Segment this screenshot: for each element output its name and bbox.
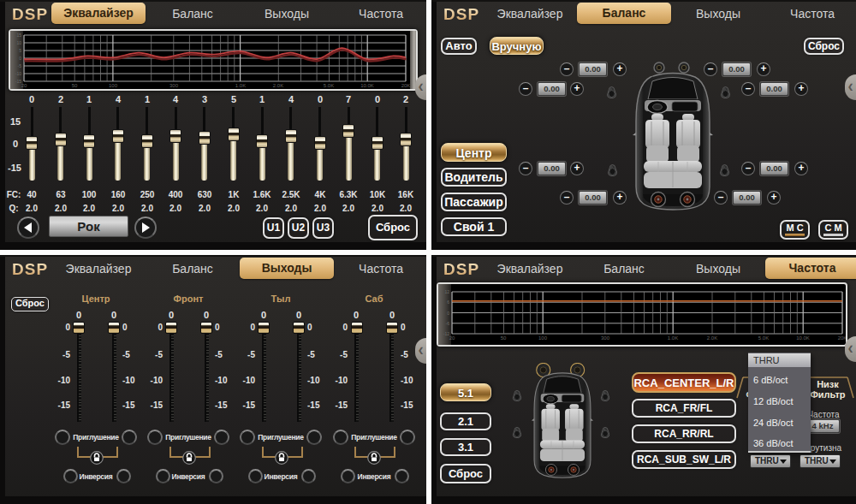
svg-text:20K: 20K [401, 83, 411, 88]
svg-text:5.0K: 5.0K [758, 335, 769, 341]
svg-text:5: 5 [19, 48, 21, 53]
svg-text:-5: -5 [18, 63, 22, 68]
svg-text:-12: -12 [443, 331, 449, 336]
svg-text:100: 100 [538, 335, 548, 341]
svg-text:10.0K: 10.0K [796, 335, 810, 341]
svg-text:50: 50 [501, 335, 507, 341]
svg-text:1.0K: 1.0K [235, 83, 246, 88]
svg-text:2.0K: 2.0K [273, 83, 283, 88]
svg-text:2.0K: 2.0K [707, 335, 717, 341]
svg-text:0: 0 [19, 56, 21, 61]
svg-text:-10: -10 [15, 71, 21, 76]
svg-text:15: 15 [16, 33, 21, 38]
svg-text:20K: 20K [838, 335, 846, 341]
svg-text:0: 0 [447, 311, 449, 316]
svg-text:12: 12 [444, 289, 449, 294]
svg-text:50: 50 [72, 83, 78, 88]
svg-text:20: 20 [21, 83, 27, 88]
svg-text:300: 300 [601, 335, 610, 341]
svg-text:300: 300 [169, 83, 179, 88]
svg-text:1.0K: 1.0K [668, 335, 678, 341]
svg-text:100: 100 [109, 83, 118, 88]
svg-text:10: 10 [16, 40, 21, 45]
svg-text:5.0K: 5.0K [324, 83, 334, 88]
svg-text:20: 20 [449, 335, 455, 341]
svg-text:-15: -15 [15, 79, 21, 84]
svg-text:6: 6 [447, 299, 449, 305]
svg-text:10.0K: 10.0K [360, 83, 374, 88]
svg-text:-6: -6 [446, 321, 450, 326]
